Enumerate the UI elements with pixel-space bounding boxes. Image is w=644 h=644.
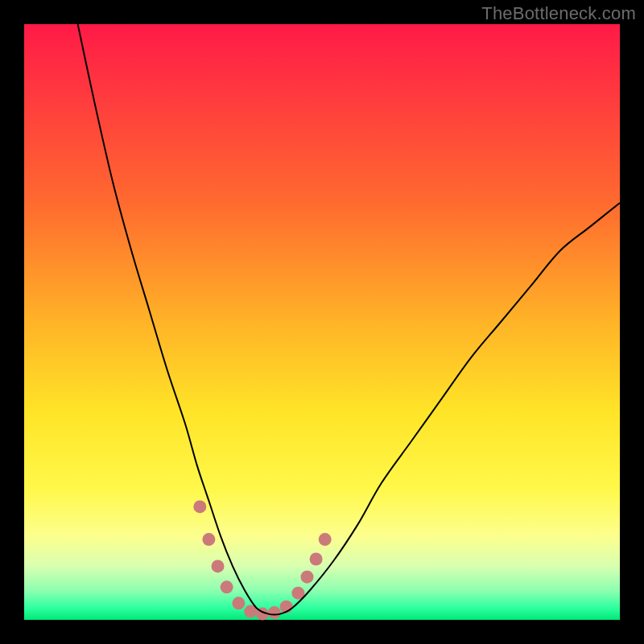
- trough-dot: [193, 500, 206, 513]
- trough-dot: [319, 533, 332, 546]
- trough-dot: [221, 580, 233, 593]
- trough-dot: [212, 559, 225, 572]
- trough-dot: [310, 553, 323, 566]
- trough-dot: [202, 533, 215, 546]
- trough-dot: [268, 606, 281, 619]
- trough-dot: [301, 571, 314, 584]
- outer-frame: TheBottleneck.com: [0, 0, 644, 644]
- curve-layer: [24, 24, 620, 620]
- trough-dot: [232, 597, 245, 609]
- watermark-text: TheBottleneck.com: [481, 3, 636, 24]
- bottleneck-curve: [78, 24, 620, 615]
